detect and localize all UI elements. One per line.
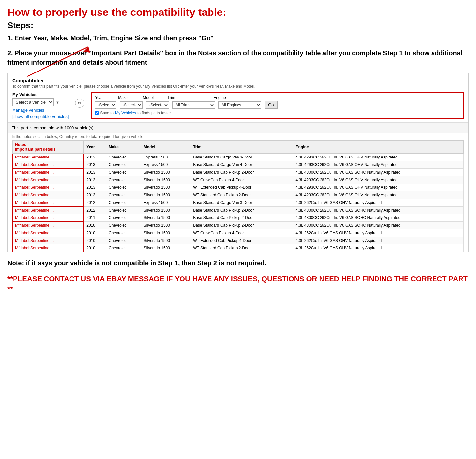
trim-cell: Base Standard Cab Pickup 2-Door [190,222,293,229]
model-cell: Silverado 1500 [141,214,190,222]
engine-cell: 4.3L 262Cu. In. V6 GAS OHV Naturally Asp… [293,237,463,244]
compat-title: Compatibility [12,78,464,83]
compat-subtitle: To confirm that this part fits your vehi… [12,84,464,89]
year-cell: 2013 [84,191,106,199]
make-cell: Chevrolet [106,191,141,199]
vehicle-select[interactable]: Select a vehicle [12,98,54,106]
notes-cell: Mfrlabel:Serpentine ... [13,229,84,237]
save-row: Save to My Vehicles to finds parts faste… [95,111,460,115]
model-cell: Silverado 1500 [141,244,190,252]
my-vehicles-section: My Vehicles Select a vehicle ▼ Manage ve… [12,92,69,119]
model-header: Model [141,141,190,154]
engine-cell: 4.3L 4300CC 262Cu. In. V6 GAS SOHC Natur… [293,214,463,222]
engine-cell: 4.3L 262Cu. In. V6 GAS OHV Naturally Asp… [293,199,463,207]
table-row: Mfrlabel:Serpentine ...2010ChevroletSilv… [13,229,464,237]
year-select[interactable]: -Select- [95,101,116,109]
make-cell: Chevrolet [106,229,141,237]
step1-text: 1. Enter Year, Make, Model, Trim, Engine… [7,33,469,43]
compat-top-row: My Vehicles Select a vehicle ▼ Manage ve… [12,92,464,119]
make-cell: Chevrolet [106,244,141,252]
model-cell: Silverado 1500 [141,169,190,176]
my-vehicles-link[interactable]: My Vehicles [115,111,136,115]
notes-cell: Mfrlabel:Serpentine ... [13,222,84,229]
ymm-labels-row: Year Make Model Trim Engine [95,95,460,100]
make-cell: Chevrolet [106,184,141,191]
save-label: Save to [100,111,114,115]
model-cell: Silverado 1500 [141,207,190,214]
table-row: Mfrlabel:Serpentine....2013ChevroletExpr… [13,161,464,169]
go-button[interactable]: Go [265,101,277,109]
model-cell: Silverado 1500 [141,237,190,244]
model-cell: Express 1500 [141,199,190,207]
contact-text: **PLEASE CONTACT US VIA EBAY MESSAGE IF … [7,274,469,295]
notes-cell: Mfrlabel:Serpentine ... [13,237,84,244]
compat-table: Notes Important part details Year Make M… [12,140,464,252]
year-label: Year [95,95,115,100]
engine-cell: 4.3L 4300CC 262Cu. In. V6 GAS SOHC Natur… [293,222,463,229]
compat-count-bar: This part is compatible with 1000 vehicl… [8,122,468,133]
engine-label: Engine [213,95,256,100]
notes-cell: Mfrlabel:Serpentine ... [13,199,84,207]
steps-heading: Steps: [7,20,469,31]
engine-cell: 4.3L 4293CC 262Cu. In. V6 GAS OHV Natura… [293,161,463,169]
model-cell: Express 1500 [141,154,190,161]
model-cell: Silverado 1500 [141,222,190,229]
dropdown-arrow-icon: ▼ [56,100,59,104]
model-cell: Express 1500 [141,161,190,169]
table-row: Mfrlabel:Serpentine ...2013ChevroletSilv… [13,176,464,184]
save-suffix: to finds parts faster [137,111,171,115]
make-header: Make [106,141,141,154]
trim-label: Trim [167,95,210,100]
make-select[interactable]: -Select- [120,101,143,109]
make-cell: Chevrolet [106,176,141,184]
notes-cell: Mfrlabel:Serpentine ... [13,169,84,176]
year-cell: 2012 [84,199,106,207]
make-cell: Chevrolet [106,237,141,244]
trim-select[interactable]: All Trims [172,101,215,109]
table-row: Mfrlabel:Serpentine ...2012ChevroletExpr… [13,199,464,207]
year-header: Year [84,141,106,154]
model-cell: Silverado 1500 [141,229,190,237]
table-row: Mfrlabel:Serpentine ...2013ChevroletSilv… [13,191,464,199]
engine-select[interactable]: All Engines [218,101,261,109]
manage-vehicles-link[interactable]: Manage vehicles [12,108,69,113]
my-vehicles-label: My Vehicles [12,92,69,97]
table-row: Mfrlabel:Serpentine ...2013ChevroletSilv… [13,169,464,176]
model-label: Model [143,95,164,100]
year-cell: 2012 [84,207,106,214]
notes-cell: Mfrlabel:Serpentine.... [13,161,84,169]
model-select[interactable]: -Select- [146,101,169,109]
show-all-compat-link[interactable]: [show all compatible vehicles] [12,114,69,119]
notes-cell: Mfrlabel:Serpentine ... [13,207,84,214]
engine-cell: 4.3L 4293CC 262Cu. In. V6 GAS OHV Natura… [293,184,463,191]
save-checkbox[interactable] [95,111,99,115]
make-cell: Chevrolet [106,207,141,214]
notes-cell: Mfrlabel:Serpentine ... [13,191,84,199]
engine-cell: 4.3L 4293CC 262Cu. In. V6 GAS OHV Natura… [293,176,463,184]
make-cell: Chevrolet [106,169,141,176]
trim-cell: Base Standard Cab Pickup 2-Door [190,207,293,214]
make-cell: Chevrolet [106,222,141,229]
engine-cell: 4.3L 4293CC 262Cu. In. V6 GAS OHV Natura… [293,191,463,199]
trim-header: Trim [190,141,293,154]
make-cell: Chevrolet [106,154,141,161]
engine-cell: 4.3L 262Cu. In. V6 GAS OHV Naturally Asp… [293,244,463,252]
year-cell: 2013 [84,169,106,176]
table-row: Mfrlabel:Serpentine ...2010ChevroletSilv… [13,222,464,229]
main-title: How to properly use the compatibility ta… [7,6,469,18]
make-cell: Chevrolet [106,214,141,222]
year-cell: 2010 [84,229,106,237]
important-part-details-header: Important part details [15,147,56,152]
model-cell: Silverado 1500 [141,176,190,184]
year-cell: 2013 [84,184,106,191]
engine-cell: 4.3L 4300CC 262Cu. In. V6 GAS SOHC Natur… [293,207,463,214]
table-row: Mfrlabel:Serpentine ...2010ChevroletSilv… [13,244,464,252]
year-cell: 2010 [84,244,106,252]
step2-text: 2. Place your mouse over "Important Part… [7,48,469,67]
make-cell: Chevrolet [106,199,141,207]
trim-cell: Base Standard Cargo Van 4-Door [190,161,293,169]
note-text: Note: if it says your vehicle is not com… [7,258,469,268]
trim-cell: WT Standard Cab Pickup 2-Door [190,191,293,199]
table-row: Mfrlabel:Serpentine ...2011ChevroletSilv… [13,214,464,222]
notes-cell: Mfrlabel:Serpentine ... [13,214,84,222]
